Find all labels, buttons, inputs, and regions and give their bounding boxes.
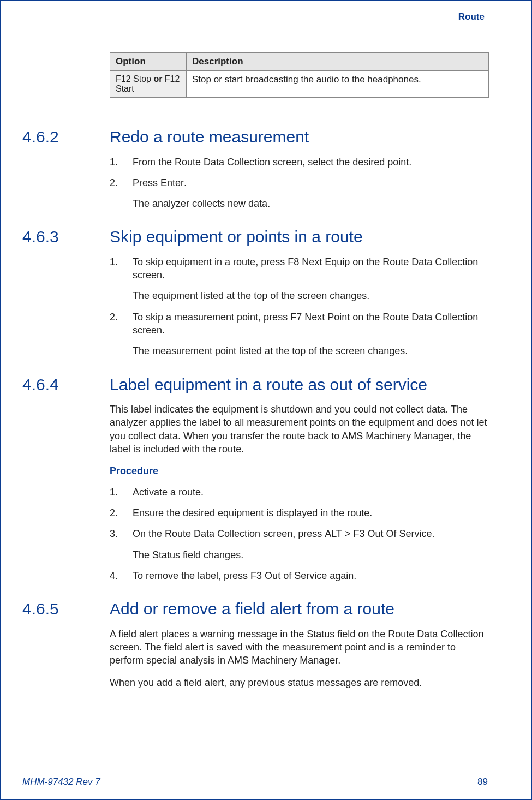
list-item: From the Route Data Collection screen, s… bbox=[110, 156, 488, 169]
list-item: To skip a measurement point, press F7 Ne… bbox=[110, 311, 488, 358]
key-label: F3 Out Of Service bbox=[353, 528, 432, 539]
options-table: Option Description F12 Stop or F12 Start… bbox=[110, 52, 489, 98]
key-label: Status bbox=[307, 629, 334, 640]
section-number: 4.6.2 bbox=[22, 128, 110, 146]
text: field changes. bbox=[180, 550, 243, 560]
section-465: 4.6.5 Add or remove a field alert from a… bbox=[22, 600, 488, 689]
section-464: 4.6.4 Label equipment in a route as out … bbox=[22, 375, 488, 582]
paragraph: This label indicates the equipment is sh… bbox=[110, 403, 488, 456]
table-row: F12 Stop or F12 Start Stop or start broa… bbox=[110, 71, 489, 98]
col-option: Option bbox=[110, 53, 187, 71]
step-result: The measurement point listed at the top … bbox=[133, 344, 488, 357]
list-item: On the Route Data Collection screen, pre… bbox=[110, 527, 488, 562]
option-cell: F12 Stop or F12 Start bbox=[110, 71, 187, 98]
key-label: F7 Next Point bbox=[290, 312, 350, 323]
section-number: 4.6.4 bbox=[22, 375, 110, 394]
list-item: Ensure the desired equipment is displaye… bbox=[110, 506, 488, 520]
step-text: Ensure the desired equipment is displaye… bbox=[133, 508, 372, 518]
section-title: Add or remove a field alert from a route bbox=[110, 600, 394, 619]
step-result: The analyzer collects new data. bbox=[133, 197, 488, 210]
chapter-tag: Route bbox=[22, 11, 488, 22]
step-text: . bbox=[184, 177, 187, 188]
step-text: To skip equipment in a route, press bbox=[133, 256, 288, 267]
section-title: Skip equipment or points in a route bbox=[110, 228, 363, 247]
doc-revision: MHM-97432 Rev 7 bbox=[22, 777, 100, 787]
page-number: 89 bbox=[477, 777, 488, 787]
text-bold: or bbox=[151, 74, 165, 83]
step-text: On the Route Data Collection screen, pre… bbox=[133, 528, 325, 539]
step-text: again. bbox=[327, 570, 356, 581]
section-title: Label equipment in a route as out of ser… bbox=[110, 375, 427, 395]
step-text: > bbox=[342, 528, 354, 539]
key-label: ALT bbox=[325, 528, 342, 539]
key-label: F3 Out of Service bbox=[250, 570, 327, 581]
list-item: To skip equipment in a route, press F8 N… bbox=[110, 255, 488, 303]
list-item: To remove the label, press F3 Out of Ser… bbox=[110, 569, 488, 582]
list-item: Activate a route. bbox=[110, 486, 488, 499]
text: The bbox=[133, 550, 152, 560]
key-label: F12 Stop bbox=[116, 74, 151, 83]
text: A field alert places a warning message i… bbox=[110, 629, 307, 640]
key-label: Enter bbox=[160, 177, 184, 188]
section-462: 4.6.2 Redo a route measurement From the … bbox=[22, 128, 488, 210]
step-text: To remove the label, press bbox=[133, 570, 250, 581]
page-footer: MHM-97432 Rev 7 89 bbox=[22, 777, 488, 787]
step-text: . bbox=[432, 528, 434, 539]
section-number: 4.6.5 bbox=[22, 600, 110, 618]
step-result: The equipment listed at the top of the s… bbox=[133, 289, 488, 302]
step-result: The Status field changes. bbox=[133, 548, 488, 562]
description-cell: Stop or start broadcasting the audio to … bbox=[187, 71, 489, 98]
col-description: Description bbox=[187, 53, 489, 71]
key-label: Status bbox=[152, 550, 180, 560]
step-text: Activate a route. bbox=[133, 487, 204, 498]
step-text: From the Route Data Collection screen, s… bbox=[133, 157, 411, 168]
step-text: To skip a measurement point, press bbox=[133, 312, 290, 323]
list-item: Press Enter. The analyzer collects new d… bbox=[110, 176, 488, 211]
section-number: 4.6.3 bbox=[22, 228, 110, 246]
procedure-label: Procedure bbox=[110, 464, 488, 477]
section-title: Redo a route measurement bbox=[110, 128, 309, 147]
section-463: 4.6.3 Skip equipment or points in a rout… bbox=[22, 228, 488, 357]
paragraph: A field alert places a warning message i… bbox=[110, 628, 488, 667]
key-label: F8 Next Equip bbox=[288, 256, 350, 267]
paragraph: When you add a field alert, any previous… bbox=[110, 676, 488, 689]
step-text: Press bbox=[133, 177, 160, 188]
table-header-row: Option Description bbox=[110, 53, 489, 71]
